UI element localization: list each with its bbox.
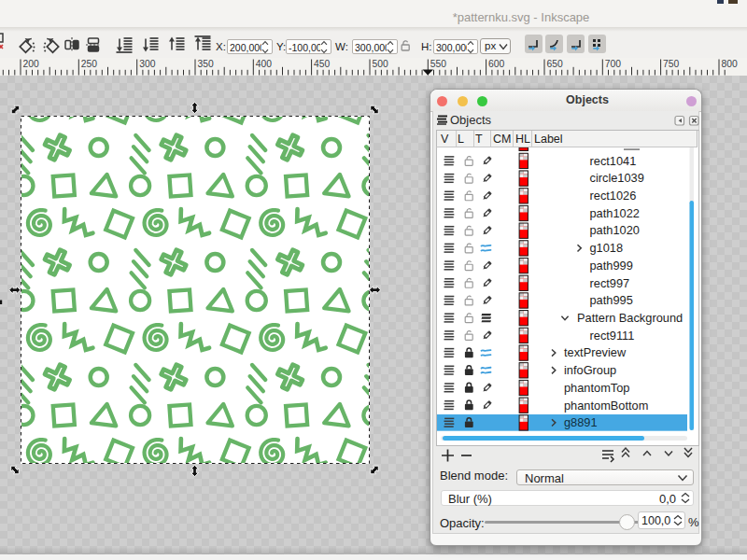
svg-text:rect1026: rect1026 [590, 189, 637, 203]
svg-text:phantomBottom: phantomBottom [564, 399, 648, 413]
svg-text:700: 700 [605, 59, 621, 69]
svg-text:path995: path995 [590, 293, 633, 307]
svg-text:textPreview: textPreview [564, 345, 627, 359]
svg-text:250: 250 [81, 59, 97, 69]
svg-text:L: L [458, 133, 464, 146]
svg-text:g1018: g1018 [590, 241, 624, 255]
svg-text:T: T [475, 133, 483, 146]
svg-text:200: 200 [23, 59, 39, 69]
svg-text:path999: path999 [590, 259, 633, 273]
svg-text:rect9111: rect9111 [590, 329, 635, 343]
svg-text:path1022: path1022 [590, 206, 640, 220]
svg-text:Pattern Background: Pattern Background [577, 311, 683, 325]
svg-text:650: 650 [547, 59, 563, 69]
svg-text:450: 450 [314, 59, 330, 69]
svg-text:800: 800 [722, 59, 738, 69]
svg-text:infoGroup: infoGroup [564, 363, 616, 377]
svg-text:CM: CM [493, 133, 511, 146]
svg-text:g8891: g8891 [564, 415, 598, 429]
svg-text:Label: Label [534, 133, 563, 146]
svg-text:V: V [441, 133, 449, 146]
svg-text:750: 750 [663, 59, 679, 69]
svg-text:350: 350 [198, 59, 214, 69]
svg-text:circle1039: circle1039 [590, 171, 644, 185]
svg-text:rect1041: rect1041 [590, 154, 637, 168]
svg-text:600: 600 [488, 59, 504, 69]
svg-text:HL: HL [515, 133, 530, 146]
svg-text:phantomTop: phantomTop [564, 381, 629, 395]
svg-text:550: 550 [430, 59, 446, 69]
svg-text:300: 300 [139, 59, 155, 69]
svg-text:400: 400 [256, 59, 272, 69]
svg-text:path1020: path1020 [590, 223, 640, 237]
svg-text:rect997: rect997 [590, 276, 630, 290]
svg-text:500: 500 [373, 59, 388, 69]
